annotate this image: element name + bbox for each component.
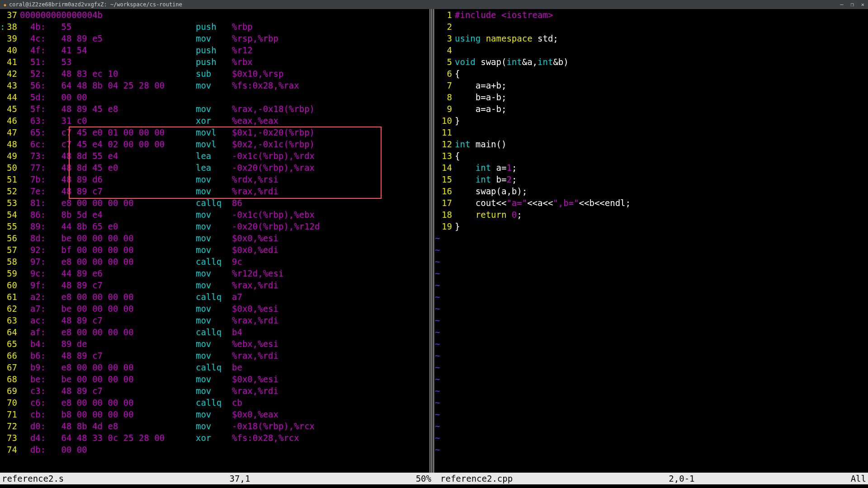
asm-row: 68 be: be 00 00 00 00 mov $0x0,%esi (0, 373, 429, 385)
asm-row: 56 8d: be 00 00 00 00 mov $0x0,%esi (0, 232, 429, 244)
asm-row: 43 56: 64 48 8b 04 25 28 00 mov %fs:0x28… (0, 80, 429, 91)
empty-line-tilde: ~ (435, 338, 868, 350)
asm-row: 51 7b: 48 89 d6 mov %rdx,%rsi (0, 174, 429, 185)
src-row: 1#include <iostream> (435, 9, 868, 21)
window-title: coral@iZ2ze68brirm0azd2vxgfxZ: ~/workspa… (9, 1, 182, 8)
asm-row: 57 92: bf 00 00 00 00 mov $0x0,%edi (0, 244, 429, 256)
asm-row: 44 5d: 00 00 (0, 91, 429, 103)
empty-line-tilde: ~ (435, 361, 868, 373)
asm-row: 69 c3: 48 89 c7 mov %rax,%rdi (0, 385, 429, 397)
asm-row: 73 d4: 64 48 33 0c 25 28 00 xor %fs:0x28… (0, 432, 429, 444)
asm-row: 64 af: e8 00 00 00 00 callq b4 (0, 326, 429, 338)
empty-line-tilde: ~ (435, 408, 868, 420)
asm-row: 59 9c: 44 89 e6 mov %r12d,%esi (0, 267, 429, 279)
right-statusline: reference2.cpp 2,0-1 All (439, 473, 868, 484)
src-row: 9 a=a-b; (435, 103, 868, 115)
src-row: 16 swap(a,b); (435, 185, 868, 197)
asm-row: 49 73: 48 8d 55 e4 lea -0x1c(%rbp),%rdx (0, 150, 429, 162)
asm-row: 71 cb: b8 00 00 00 00 mov $0x0,%eax (0, 408, 429, 420)
window-titlebar: ◆ coral@iZ2ze68brirm0azd2vxgfxZ: ~/works… (0, 0, 868, 9)
src-row: 8 b=a-b; (435, 91, 868, 103)
asm-row: 72 d0: 48 8b 4d e8 mov -0x18(%rbp),%rcx (0, 420, 429, 432)
src-row: 15 int b=2; (435, 174, 868, 185)
right-pane[interactable]: 1#include <iostream> 2 3using namespace … (435, 9, 868, 473)
src-row: 13{ (435, 150, 868, 162)
src-row: 7 a=a+b; (435, 80, 868, 91)
empty-line-tilde: ~ (435, 373, 868, 385)
asm-row: 42 52: 48 83 ec 10 sub $0x10,%rsp (0, 68, 429, 80)
right-cursor-pos: 2,0-1 (669, 474, 694, 483)
app-icon: ◆ (4, 2, 6, 7)
asm-row: 41 51: 53 push %rbx (0, 56, 429, 68)
empty-line-tilde: ~ (435, 267, 868, 279)
left-filename: reference2.s (2, 474, 64, 483)
empty-line-tilde: ~ (435, 303, 868, 314)
asm-row: 38 4b: 55 push %rbp (0, 21, 429, 33)
asm-row: 65 b4: 89 de mov %ebx,%esi (0, 338, 429, 350)
asm-row: 55 89: 44 8b 65 e0 mov -0x20(%rbp),%r12d (0, 221, 429, 232)
asm-row: 46 63: 31 c0 xor %eax,%eax (0, 115, 429, 127)
src-row: 2 (435, 21, 868, 33)
src-row: 14 int a=1; (435, 162, 868, 174)
asm-row: 63 ac: 48 89 c7 mov %rax,%rdi (0, 314, 429, 326)
asm-row: 50 77: 48 8d 45 e0 lea -0x20(%rbp),%rax (0, 162, 429, 174)
empty-line-tilde: ~ (435, 279, 868, 291)
src-row: 10} (435, 115, 868, 127)
empty-line-tilde: ~ (435, 256, 868, 267)
vertical-split-divider[interactable] (429, 9, 435, 473)
src-row: 5void swap(int&a,int&b) (435, 56, 868, 68)
empty-line-tilde: ~ (435, 244, 868, 256)
asm-row: 48 6c: c7 45 e4 02 00 00 00 movl $0x2,-0… (0, 138, 429, 150)
asm-row: 54 86: 8b 5d e4 mov -0x1c(%rbp),%ebx (0, 209, 429, 221)
asm-row: 66 b6: 48 89 c7 mov %rax,%rdi (0, 350, 429, 361)
asm-row: 58 97: e8 00 00 00 00 callq 9c (0, 256, 429, 267)
empty-line-tilde: ~ (435, 291, 868, 303)
asm-row: 39 4c: 48 89 e5 mov %rsp,%rbp (0, 33, 429, 44)
empty-line-tilde: ~ (435, 432, 868, 444)
asm-row: 61 a2: e8 00 00 00 00 callq a7 (0, 291, 429, 303)
src-row: 3using namespace std; (435, 33, 868, 44)
asm-row: 60 9f: 48 89 c7 mov %rax,%rdi (0, 279, 429, 291)
src-row: 6{ (435, 68, 868, 80)
asm-row: 74 db: 00 00 (0, 444, 429, 455)
empty-line-tilde: ~ (435, 350, 868, 361)
empty-line-tilde: ~ (435, 232, 868, 244)
src-row: 18 return 0; (435, 209, 868, 221)
src-row: 4 (435, 44, 868, 56)
asm-row: 53 81: e8 00 00 00 00 callq 86 (0, 197, 429, 209)
close-button[interactable]: ✕ (861, 1, 864, 8)
src-row: 19} (435, 221, 868, 232)
left-cursor-pos: 37,1 (230, 474, 250, 483)
src-row: 11 (435, 127, 868, 138)
asm-row: 37000000000000004b : (0, 9, 429, 21)
asm-row: 70 c6: e8 00 00 00 00 callq cb (0, 397, 429, 408)
left-pane[interactable]: 37000000000000004b :38 4b: 55 push %rbp3… (0, 9, 429, 473)
asm-row: 62 a7: be 00 00 00 00 mov $0x0,%esi (0, 303, 429, 314)
src-row: 12int main() (435, 138, 868, 150)
empty-line-tilde: ~ (435, 420, 868, 432)
asm-row: 67 b9: e8 00 00 00 00 callq be (0, 361, 429, 373)
maximize-button[interactable]: ❐ (851, 1, 854, 8)
asm-row: 47 65: c7 45 e0 01 00 00 00 movl $0x1,-0… (0, 127, 429, 138)
command-line[interactable] (0, 484, 868, 488)
empty-line-tilde: ~ (435, 326, 868, 338)
minimize-button[interactable]: — (840, 1, 843, 8)
empty-line-tilde: ~ (435, 385, 868, 397)
asm-row: 40 4f: 41 54 push %r12 (0, 44, 429, 56)
empty-line-tilde: ~ (435, 314, 868, 326)
left-statusline: reference2.s 37,1 50% (0, 473, 433, 484)
asm-row: 52 7e: 48 89 c7 mov %rax,%rdi (0, 185, 429, 197)
right-percent: All (851, 474, 866, 483)
asm-row: 45 5f: 48 89 45 e8 mov %rax,-0x18(%rbp) (0, 103, 429, 115)
src-row: 17 cout<<"a="<<a<<",b="<<b<<endl; (435, 197, 868, 209)
left-percent: 50% (416, 474, 431, 483)
empty-line-tilde: ~ (435, 444, 868, 455)
empty-line-tilde: ~ (435, 397, 868, 408)
right-filename: reference2.cpp (440, 474, 513, 483)
